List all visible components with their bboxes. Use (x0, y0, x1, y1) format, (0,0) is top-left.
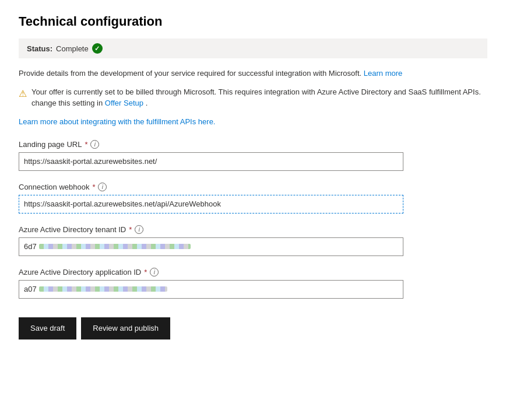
status-complete-icon: ✓ (92, 43, 103, 54)
landing-page-required: * (85, 140, 87, 149)
application-id-label: Azure Active Directory application ID * … (19, 268, 487, 276)
status-label: Status: (27, 44, 52, 53)
application-id-info-icon[interactable]: i (150, 268, 159, 276)
status-bar: Status: Complete ✓ (19, 38, 487, 58)
tenant-id-prefix: 6d7 (24, 242, 37, 251)
review-publish-button[interactable]: Review and publish (81, 317, 170, 340)
save-draft-button[interactable]: Save draft (19, 317, 76, 340)
application-id-field-group: Azure Active Directory application ID * … (19, 268, 487, 299)
page-container: Technical configuration Status: Complete… (0, 0, 506, 358)
warning-box: ⚠ Your offer is currently set to be bill… (19, 86, 487, 109)
tenant-id-input-wrapper: 6d7 (19, 237, 403, 256)
offer-setup-link[interactable]: Offer Setup (105, 99, 143, 107)
tenant-id-redacted (39, 244, 191, 249)
application-id-input-wrapper: a07 (19, 280, 403, 299)
info-text: Provide details from the development of … (19, 68, 487, 79)
landing-page-input[interactable] (19, 152, 403, 171)
application-id-required: * (144, 268, 147, 276)
landing-page-field-group: Landing page URL * i (19, 140, 487, 171)
tenant-id-field-group: Azure Active Directory tenant ID * i 6d7 (19, 225, 487, 256)
button-row: Save draft Review and publish (19, 317, 487, 340)
connection-webhook-info-icon[interactable]: i (98, 183, 107, 191)
learn-more-link[interactable]: Learn more (364, 69, 402, 78)
warning-text: Your offer is currently set to be billed… (31, 86, 487, 109)
landing-page-info-icon[interactable]: i (90, 140, 99, 149)
tenant-id-required: * (129, 225, 132, 234)
application-id-redacted (39, 286, 167, 292)
tenant-id-info-icon[interactable]: i (135, 225, 143, 234)
page-title: Technical configuration (19, 14, 487, 29)
landing-page-label: Landing page URL * i (19, 140, 487, 149)
fulfillment-link[interactable]: Learn more about integrating with the fu… (19, 117, 215, 126)
connection-webhook-input[interactable] (19, 195, 403, 214)
tenant-id-label: Azure Active Directory tenant ID * i (19, 225, 487, 234)
connection-webhook-field-group: Connection webhook * i (19, 183, 487, 214)
fulfillment-link-container: Learn more about integrating with the fu… (19, 117, 487, 126)
status-value: Complete (56, 44, 89, 53)
warning-icon: ⚠ (19, 87, 27, 101)
connection-webhook-required: * (92, 183, 95, 191)
application-id-prefix: a07 (24, 285, 37, 293)
connection-webhook-label: Connection webhook * i (19, 183, 487, 191)
